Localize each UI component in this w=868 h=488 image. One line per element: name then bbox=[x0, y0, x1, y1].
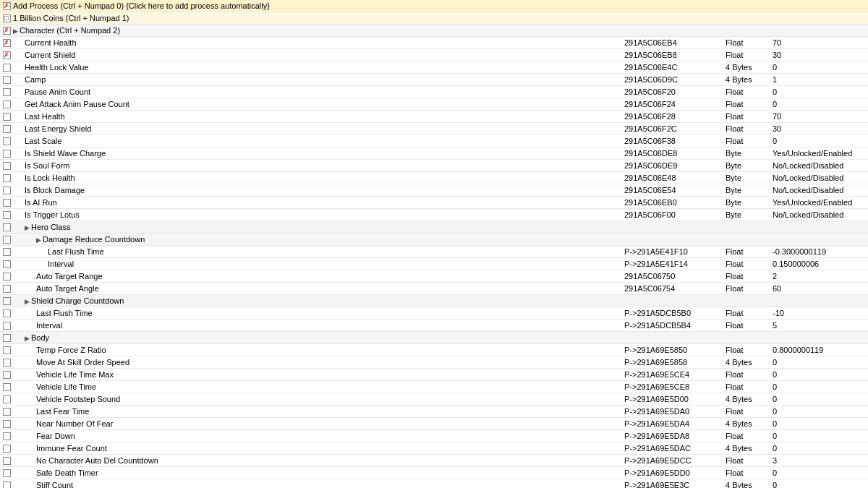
checkbox[interactable] bbox=[3, 273, 11, 281]
table-row[interactable]: ✗ Current Health 291A5C06EB4 Float 70 bbox=[0, 37, 868, 49]
row-name: Is Shield Wave Charge bbox=[12, 149, 624, 158]
table-row[interactable]: ✗ ▶Character (Ctrl + Numpad 2) bbox=[0, 25, 868, 37]
checkbox[interactable] bbox=[3, 395, 11, 403]
table-row[interactable]: Get Attack Anim Pause Count 291A5C06F24 … bbox=[0, 98, 868, 111]
row-name: Stiff Count bbox=[12, 481, 624, 488]
check-col: ✗ bbox=[1, 51, 12, 59]
table-row[interactable]: Vehicle Life Time Max P->291A69E5CE4 Flo… bbox=[0, 369, 868, 381]
row-name: Move At Skill Order Speed bbox=[12, 358, 624, 367]
table-row[interactable]: Auto Target Range 291A5C06750 Float 2 bbox=[0, 270, 868, 283]
table-row[interactable]: ✗ Current Shield 291A5C06EB8 Float 30 bbox=[0, 49, 868, 61]
checkbox[interactable] bbox=[3, 346, 11, 354]
table-row[interactable]: □ 1 Billion Coins (Ctrl + Numpad 1) </di… bbox=[0, 12, 868, 25]
table-row[interactable]: Is Lock Health 291A5C06E48 Byte No/Locke… bbox=[0, 172, 868, 184]
row-name: Fear Down bbox=[12, 432, 624, 440]
table-row[interactable]: Is Trigger Lotus 291A5C06F00 Byte No/Loc… bbox=[0, 209, 868, 221]
checkbox[interactable]: ✗ bbox=[3, 2, 11, 10]
checkbox[interactable]: ✗ bbox=[3, 51, 11, 59]
table-row[interactable]: Auto Target Angle 291A5C06754 Float 60 bbox=[0, 283, 868, 295]
table-row[interactable]: Interval P->291A5E41F14 Float 0.15000000… bbox=[0, 258, 868, 270]
table-row[interactable]: Is AI Run 291A5C06EB0 Byte Yes/Unlocked/… bbox=[0, 197, 868, 209]
checkbox[interactable] bbox=[3, 125, 11, 133]
value-col: 0.150000006 bbox=[773, 260, 867, 268]
checkbox[interactable] bbox=[3, 408, 11, 416]
table-row[interactable]: Fear Down P->291A69E5DA8 Float 0 bbox=[0, 430, 868, 442]
checkbox[interactable] bbox=[3, 223, 11, 231]
checkbox[interactable] bbox=[3, 137, 11, 145]
checkbox[interactable] bbox=[3, 457, 11, 465]
table-row[interactable]: Temp Force Z Ratio P->291A69E5850 Float … bbox=[0, 344, 868, 356]
table-row[interactable]: ▶Body bbox=[0, 332, 868, 344]
check-col bbox=[1, 469, 12, 477]
type-col: Float bbox=[726, 260, 773, 268]
check-col bbox=[1, 371, 12, 379]
checkbox[interactable] bbox=[3, 76, 11, 84]
table-row[interactable]: ▶Hero Class bbox=[0, 221, 868, 234]
check-col bbox=[1, 408, 12, 416]
checkbox[interactable]: □ bbox=[3, 14, 11, 22]
row-name: Last Flush Time bbox=[12, 247, 624, 256]
checkbox[interactable] bbox=[3, 174, 11, 182]
table-row[interactable]: Health Lock Value 291A5C06E4C 4 Bytes 0 bbox=[0, 61, 868, 74]
check-col bbox=[1, 223, 12, 231]
checkbox[interactable] bbox=[3, 383, 11, 391]
table-row[interactable]: Interval P->291A5DCB5B4 Float 5 bbox=[0, 320, 868, 332]
checkbox[interactable] bbox=[3, 420, 11, 428]
table-row[interactable]: ✗ Add Process (Ctrl + Numpad 0) {Click h… bbox=[0, 0, 868, 12]
checkbox[interactable] bbox=[3, 322, 11, 330]
table-row[interactable]: Is Block Damage 291A5C06E54 Byte No/Lock… bbox=[0, 184, 868, 197]
table-row[interactable]: Move At Skill Order Speed P->291A69E5858… bbox=[0, 356, 868, 369]
table-row[interactable]: Stiff Count P->291A69E5E3C 4 Bytes 0 bbox=[0, 479, 868, 488]
row-name: Last Fear Time bbox=[12, 407, 624, 416]
checkbox[interactable] bbox=[3, 309, 11, 317]
checkbox[interactable] bbox=[3, 150, 11, 158]
address-col: 291A5C06EB8 bbox=[624, 51, 726, 59]
checkbox[interactable] bbox=[3, 211, 11, 219]
checkbox[interactable] bbox=[3, 297, 11, 305]
checkbox[interactable] bbox=[3, 334, 11, 342]
table-row[interactable]: Safe Death Timer P->291A69E5DD0 Float 0 bbox=[0, 467, 868, 479]
table-row[interactable]: Pause Anim Count 291A5C06F20 Float 0 bbox=[0, 86, 868, 98]
table-row[interactable]: ▶Damage Reduce Countdown bbox=[0, 234, 868, 246]
checkbox[interactable] bbox=[3, 285, 11, 293]
check-col bbox=[1, 125, 12, 133]
checkbox[interactable] bbox=[3, 100, 11, 108]
checkbox[interactable] bbox=[3, 260, 11, 268]
address-col: P->291A69E5DA8 bbox=[624, 432, 726, 440]
value-col: 0 bbox=[773, 87, 867, 96]
table-row[interactable]: Is Shield Wave Charge 291A5C06DE8 Byte Y… bbox=[0, 147, 868, 160]
checkbox[interactable]: ✗ bbox=[3, 27, 11, 35]
checkbox[interactable] bbox=[3, 371, 11, 379]
checkbox[interactable] bbox=[3, 88, 11, 96]
table-row[interactable]: Last Flush Time P->291A5E41F10 Float -0.… bbox=[0, 246, 868, 258]
checkbox[interactable]: ✗ bbox=[3, 39, 11, 47]
table-row[interactable]: Last Scale 291A5C06F38 Float 0 bbox=[0, 135, 868, 147]
table-row[interactable]: Vehicle Footstep Sound P->291A69E5D00 4 … bbox=[0, 393, 868, 406]
table-row[interactable]: Last Energy Shield 291A5C06F2C Float 30 bbox=[0, 123, 868, 135]
table-row[interactable]: Camp 291A5C06D9C 4 Bytes 1 bbox=[0, 74, 868, 86]
address-col: 291A5C06F2C bbox=[624, 124, 726, 133]
table-row[interactable]: No Character Auto Del Countdown P->291A6… bbox=[0, 455, 868, 467]
checkbox[interactable] bbox=[3, 64, 11, 72]
table-row[interactable]: Near Number Of Fear P->291A69E5DA4 4 Byt… bbox=[0, 418, 868, 430]
row-name: Is Soul Form bbox=[12, 161, 624, 170]
checkbox[interactable] bbox=[3, 445, 11, 453]
table-row[interactable]: Is Soul Form 291A5C06DE9 Byte No/Locked/… bbox=[0, 160, 868, 172]
checkbox[interactable] bbox=[3, 187, 11, 194]
checkbox[interactable] bbox=[3, 162, 11, 170]
table-row[interactable]: Last Health 291A5C06F28 Float 70 bbox=[0, 111, 868, 123]
checkbox[interactable] bbox=[3, 113, 11, 121]
table-row[interactable]: ▶Shield Charge Countdown bbox=[0, 295, 868, 307]
table-row[interactable]: Last Flush Time P->291A5DCB5B0 Float -10 bbox=[0, 307, 868, 320]
checkbox[interactable] bbox=[3, 469, 11, 477]
row-name: ▶Body bbox=[12, 333, 624, 342]
checkbox[interactable] bbox=[3, 236, 11, 244]
checkbox[interactable] bbox=[3, 481, 11, 489]
table-row[interactable]: Last Fear Time P->291A69E5DA0 Float 0 bbox=[0, 406, 868, 418]
checkbox[interactable] bbox=[3, 199, 11, 207]
table-row[interactable]: Immune Fear Count P->291A69E5DAC 4 Bytes… bbox=[0, 442, 868, 455]
checkbox[interactable] bbox=[3, 248, 11, 256]
table-row[interactable]: Vehicle Life Time P->291A69E5CE8 Float 0 bbox=[0, 381, 868, 393]
checkbox[interactable] bbox=[3, 432, 11, 440]
checkbox[interactable] bbox=[3, 359, 11, 367]
